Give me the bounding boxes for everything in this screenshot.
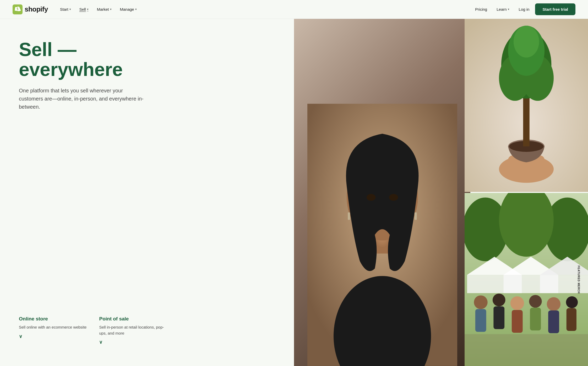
online-store-card: Online store Sell online with an ecommer… <box>19 316 86 345</box>
hero-headline: Sell — everywhere <box>19 40 281 79</box>
svg-rect-7 <box>348 212 350 220</box>
nav-manage[interactable]: Manage ▾ <box>116 5 140 14</box>
woman-silhouette <box>307 36 457 366</box>
svg-rect-8 <box>415 212 417 220</box>
nav-start[interactable]: Start ▾ <box>56 5 75 14</box>
hero-cards: Online store Sell online with an ecommer… <box>19 316 281 345</box>
svg-point-29 <box>510 296 524 310</box>
svg-rect-35 <box>512 310 523 333</box>
start-free-trial-button[interactable]: Start free trial <box>535 3 575 15</box>
logo-link[interactable]: shopify <box>13 4 48 14</box>
svg-point-19 <box>514 26 539 58</box>
nav-links-left: Start ▾ Sell ▾ Market ▾ Manage ▾ <box>56 5 140 14</box>
svg-point-6 <box>389 194 398 201</box>
nav-links-right: Pricing Learn ▾ Log in Start free trial <box>471 3 575 15</box>
pos-desc: Sell in-person at retail locations, pop-… <box>99 324 167 336</box>
hero-subtext: One platform that lets you sell wherever… <box>19 87 145 111</box>
svg-rect-37 <box>548 310 559 333</box>
svg-point-27 <box>474 295 487 309</box>
learn-chevron-icon: ▾ <box>508 8 509 11</box>
svg-rect-38 <box>566 308 576 331</box>
featured-merch-label: Featured merch <box>577 265 580 293</box>
pos-card: Point of sale Sell in-person at retail l… <box>99 316 167 345</box>
svg-point-28 <box>493 293 505 306</box>
hero-plant-image <box>465 19 588 192</box>
plant-illustration <box>465 19 588 192</box>
nav-pricing[interactable]: Pricing <box>471 5 491 14</box>
svg-rect-34 <box>493 306 504 329</box>
hero-side-images: Featured merch <box>465 19 588 366</box>
manage-chevron-icon: ▾ <box>135 8 137 11</box>
online-store-title: Online store <box>19 316 86 322</box>
logo-text: shopify <box>25 5 48 13</box>
pos-expand-icon[interactable]: ∨ <box>99 339 167 345</box>
svg-point-30 <box>529 295 542 308</box>
hero-content: Sell — everywhere One platform that lets… <box>0 19 294 366</box>
nav-sell[interactable]: Sell ▾ <box>76 5 92 14</box>
svg-point-32 <box>566 296 578 308</box>
nav-learn[interactable]: Learn ▾ <box>493 5 513 14</box>
svg-rect-39 <box>465 334 588 366</box>
svg-rect-36 <box>530 308 541 330</box>
pos-title: Point of sale <box>99 316 167 322</box>
hero-images: Featured merch <box>294 19 588 366</box>
online-store-desc: Sell online with an ecommerce website <box>19 324 86 330</box>
hero-main-image <box>294 19 470 366</box>
hero-market-image: Featured merch <box>465 193 588 366</box>
shopify-logo-icon <box>13 4 23 14</box>
svg-point-5 <box>367 194 375 201</box>
login-button[interactable]: Log in <box>515 5 533 14</box>
svg-rect-33 <box>475 309 486 332</box>
nav-market[interactable]: Market ▾ <box>93 5 115 14</box>
navbar: shopify Start ▾ Sell ▾ Market ▾ Manage ▾… <box>0 0 588 19</box>
market-chevron-icon: ▾ <box>110 8 112 11</box>
svg-rect-14 <box>523 92 529 146</box>
hero-section: Sell — everywhere One platform that lets… <box>0 19 588 366</box>
sell-chevron-icon: ▾ <box>87 8 89 11</box>
start-chevron-icon: ▾ <box>69 8 71 11</box>
market-illustration <box>465 193 588 366</box>
online-store-expand-icon[interactable]: ∨ <box>19 334 86 339</box>
svg-rect-26 <box>540 275 588 293</box>
svg-point-31 <box>547 297 560 311</box>
